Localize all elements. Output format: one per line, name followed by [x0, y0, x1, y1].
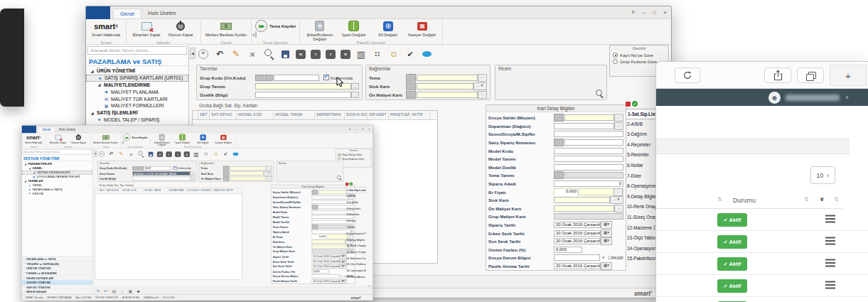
download-icon[interactable] [119, 288, 125, 294]
detail-tab[interactable]: 5-Resimler [345, 212, 366, 218]
delete-icon[interactable] [127, 151, 134, 158]
grid-column-header[interactable]: DEPARTMAN [315, 111, 345, 119]
detail-tab[interactable]: 6-Notlar [345, 218, 366, 225]
lookup-button[interactable]: .. [191, 176, 195, 180]
row-menu-icon[interactable] [825, 262, 835, 264]
undo-icon[interactable] [214, 48, 225, 60]
nav-prev-icon[interactable] [166, 151, 171, 157]
share-icon[interactable] [764, 68, 791, 83]
filter-caret-icon[interactable]: ∨ [820, 196, 825, 203]
linked-card-field[interactable] [406, 91, 487, 98]
grid-column-header[interactable]: MODEL KOD [237, 111, 274, 119]
smart-hakkinda-button[interactable]: smart® Smart Hakkında [90, 20, 122, 37]
tree-item[interactable]: ▦ MALİYET FORMÜLLERİ [86, 102, 188, 109]
grid-column-header[interactable] [193, 111, 198, 119]
approve-user-icon[interactable] [404, 48, 416, 60]
redo-icon[interactable] [95, 288, 101, 294]
kullanimda-checkbox[interactable] [173, 166, 177, 170]
sirket-kullanici-degistir-button[interactable]: Şirket/Kullanıcı Değiştir [152, 134, 172, 146]
page-size-select[interactable]: 10 ∨ [810, 166, 835, 184]
detail-field[interactable] [554, 164, 623, 171]
tree-item[interactable]: ◢ SATIŞ İŞLEMLERİ [86, 109, 188, 117]
confirm-icon[interactable] [632, 101, 638, 107]
detail-tab[interactable]: 8-Operasyonel Planlar [626, 181, 660, 192]
detail-field[interactable]: 20 Ocak 2016 Çarşamba [554, 230, 623, 237]
undo-icon[interactable] [108, 151, 115, 158]
reload-button[interactable] [675, 68, 700, 83]
detail-field[interactable]: 20 Ocak 2016 Çarşamba [554, 222, 623, 229]
module-button[interactable]: ▪ FİNANS ve MUHASEBE [22, 271, 93, 276]
tema-kaydet-button[interactable]: Tema Kaydet [255, 20, 296, 37]
detail-tab[interactable]: 4-Reçeteler [626, 140, 660, 151]
detail-tab[interactable]: 15-Paket/Asorti [626, 254, 660, 264]
detail-field[interactable] [554, 172, 623, 179]
maximize-icon[interactable]: □ [360, 126, 365, 131]
linked-card-field[interactable] [406, 82, 487, 90]
detail-tab[interactable]: 7-Ekler [626, 171, 660, 182]
detail-tab[interactable]: 10-Renk Onayları [626, 202, 660, 212]
status-active-button[interactable]: Aktif [717, 257, 747, 271]
detail-tab[interactable]: 4-Reçeteler [345, 205, 366, 212]
dots-grid-icon[interactable] [203, 151, 210, 158]
kasiyer-degistir-button[interactable]: Kasiyer Değiştir [406, 20, 439, 37]
status-active-button[interactable]: Aktif [717, 279, 747, 293]
detail-tab[interactable]: 5-Resimler [626, 150, 660, 161]
pasif-checkbox[interactable]: PASİF [608, 255, 623, 260]
collapse-ribbon-icon[interactable]: ∧ [628, 8, 638, 16]
file-menu-button[interactable] [86, 6, 110, 19]
detail-tab[interactable]: 2-A/B/B [626, 119, 660, 130]
stop-icon[interactable] [345, 183, 348, 185]
nav-next-icon[interactable] [326, 50, 336, 59]
grid-column-header[interactable]: AKTİF [410, 111, 430, 119]
ekranlari-kapat-button[interactable]: Ekranları Kapat [130, 20, 163, 37]
detail-tab[interactable]: 12-Malzeme Özellik. [626, 223, 660, 234]
sort-icon[interactable] [717, 196, 722, 203]
undo-icon[interactable] [103, 288, 109, 294]
columns-icon[interactable] [355, 48, 367, 60]
lookup-button[interactable]: .. [191, 171, 195, 175]
detail-tab[interactable]: 14-Operasyon Açıkl. [345, 268, 366, 274]
zoom-image-icon[interactable] [337, 176, 342, 180]
comment-icon[interactable] [421, 48, 432, 60]
detail-field[interactable] [554, 197, 623, 204]
grid-column-header[interactable]: DOSYA NO [345, 111, 368, 119]
tree-item[interactable]: ▰ ÜRETİM [22, 191, 93, 195]
confirm-icon[interactable] [349, 182, 353, 185]
grid-column-header[interactable]: SET [99, 188, 106, 193]
save-icon[interactable] [147, 151, 154, 158]
detail-tab[interactable]: 13-Ölçü Tablosu [626, 233, 660, 244]
tree-item[interactable]: ◈ SATIŞ SİPARİŞ KARTLARI (URT01) [86, 75, 188, 82]
history-icon[interactable] [213, 151, 220, 158]
lookup-button[interactable]: .. [351, 92, 359, 98]
detail-field[interactable] [554, 114, 623, 122]
row-menu-icon[interactable] [825, 240, 835, 242]
detail-tab[interactable]: 2-A/B/B [345, 193, 366, 200]
detail-field[interactable] [554, 254, 606, 261]
theme-select[interactable] [255, 31, 257, 38]
detail-tab[interactable]: 1-Sat.Sip.Liste [345, 187, 366, 193]
radio-option[interactable]: Kayıt No'ya Göre [610, 52, 668, 58]
search-icon[interactable] [263, 48, 274, 60]
linked-card-field[interactable] [223, 171, 272, 176]
row-menu-icon[interactable] [825, 218, 835, 220]
nav-first-icon[interactable] [157, 151, 163, 157]
screen-search-input[interactable] [87, 46, 187, 55]
nav-first-icon[interactable] [296, 50, 306, 59]
detail-tab[interactable]: 6-Notlar [626, 161, 660, 171]
grid-column-header[interactable]: MODEL TANIM [274, 111, 315, 119]
theme-select[interactable] [123, 141, 124, 144]
detail-tab[interactable]: 11-Süreç Onayları [345, 249, 366, 256]
tab-genel[interactable]: Genel [113, 9, 141, 18]
comment-icon[interactable] [232, 151, 239, 158]
tema-kaydet-button[interactable]: Tema Kaydet [123, 134, 147, 144]
detail-tab[interactable]: 13-Ölçü Tablosu [345, 261, 366, 268]
new-tab-button[interactable]: + [830, 65, 867, 86]
delete-icon[interactable] [247, 48, 258, 60]
sirket-kullanici-degistir-button[interactable]: Şirket/Kullanıcı Değiştir [304, 20, 336, 41]
ozellik-input[interactable] [255, 92, 351, 98]
detail-tab[interactable]: 11-Süreç Onayları [626, 212, 660, 223]
linked-card-field[interactable] [223, 166, 272, 171]
kasiyer-degistir-button[interactable]: Kasiyer Değiştir [214, 134, 234, 144]
merkez-bankasi-button[interactable]: Merkez Bankası Kurları [205, 20, 247, 37]
detail-field[interactable] [554, 139, 623, 146]
